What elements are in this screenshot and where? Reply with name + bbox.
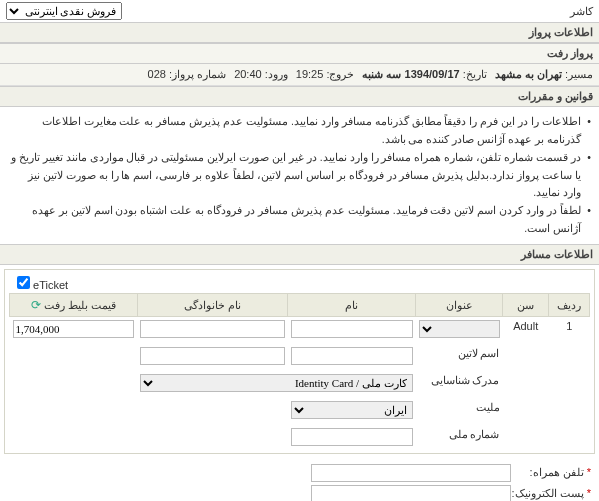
arr-time: 20:40 — [234, 68, 262, 80]
email-input[interactable] — [311, 485, 511, 501]
col-row: ردیف — [549, 293, 590, 316]
passenger-table: ردیف سن عنوان نام نام خانوادگی قیمت بلیط… — [9, 293, 590, 449]
route: تهران به مشهد — [495, 68, 562, 80]
flight-no: 028 — [148, 68, 166, 80]
email-label: * پست الکترونیک: — [511, 487, 591, 500]
table-row: شماره ملی — [10, 422, 590, 449]
contact-block: * تلفن همراه: * پست الکترونیک: * آدرس: م… — [0, 458, 599, 501]
nationality-select[interactable]: ایران — [291, 401, 413, 419]
flight-date: 1394/09/17 سه شنبه — [362, 68, 459, 80]
dep-time: 19:25 — [296, 68, 324, 80]
id-doc-select[interactable]: کارت ملی / Identity Card — [140, 374, 412, 392]
cashier-label: کاشر — [570, 5, 593, 18]
rules-list: اطلاعات را در این فرم را دقیقاً مطابق گذ… — [0, 107, 599, 244]
col-title: عنوان — [416, 293, 503, 316]
nid-input[interactable] — [291, 428, 413, 446]
table-row: ملیت ایران — [10, 395, 590, 422]
col-price: قیمت بلیط رفت ⟳ — [10, 293, 138, 316]
fname-input[interactable] — [291, 320, 413, 338]
passenger-box: eTicket ردیف سن عنوان نام نام خانوادگی ق… — [4, 269, 595, 454]
nid-label: شماره ملی — [416, 422, 503, 449]
flight-info-bar: مسیر: تهران به مشهد تاریخ: 1394/09/17 سه… — [0, 64, 599, 86]
rules-header: قوانین و مقررات — [0, 86, 599, 107]
table-row: مدرک شناسایی کارت ملی / Identity Card — [10, 368, 590, 395]
eticket-label: eTicket — [33, 279, 68, 291]
mobile-input[interactable] — [311, 464, 511, 482]
pax-index: 1 — [549, 316, 590, 341]
rule-item: در قسمت شماره تلفن، شماره همراه مسافر را… — [8, 149, 591, 203]
pax-age: Adult — [503, 316, 549, 341]
title-select[interactable] — [419, 320, 500, 338]
id-doc-label: مدرک شناسایی — [416, 368, 503, 395]
table-row: اسم لاتین — [10, 341, 590, 368]
eticket-checkbox[interactable] — [17, 276, 30, 289]
col-fname: نام — [288, 293, 416, 316]
mobile-label: * تلفن همراه: — [511, 466, 591, 479]
nationality-label: ملیت — [416, 395, 503, 422]
refresh-price-icon[interactable]: ⟳ — [31, 298, 41, 312]
lname-input[interactable] — [140, 320, 285, 338]
rule-item: لطفاً در وارد کردن اسم لاتین دقت فرمایید… — [8, 202, 591, 238]
price-input[interactable] — [13, 320, 135, 338]
table-row: 1 Adult — [10, 316, 590, 341]
pax-header: اطلاعات مسافر — [0, 244, 599, 265]
latin-name-label: اسم لاتین — [416, 341, 503, 368]
rule-item: اطلاعات را در این فرم را دقیقاً مطابق گذ… — [8, 113, 591, 149]
depart-header: پرواز رفت — [0, 43, 599, 64]
latin-lname-input[interactable] — [140, 347, 285, 365]
info-header: اطلاعات پرواز — [0, 22, 599, 43]
col-lname: نام خانوادگی — [137, 293, 288, 316]
sale-type-select[interactable]: فروش نقدی اینترنتی — [6, 2, 122, 20]
latin-fname-input[interactable] — [291, 347, 413, 365]
col-age: سن — [503, 293, 549, 316]
